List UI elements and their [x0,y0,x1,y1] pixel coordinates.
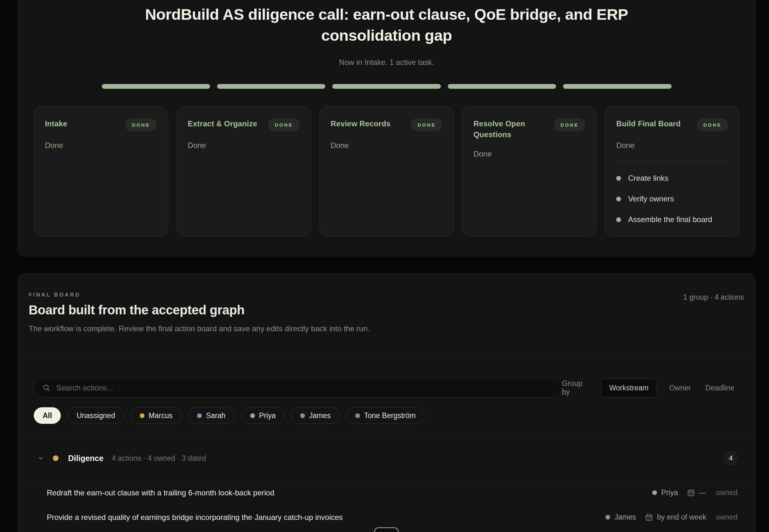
group-meta: 4 actions · 4 owned · 3 dated [112,454,206,463]
filter-pill-all[interactable]: All [34,407,61,424]
filter-pill-sarah[interactable]: Sarah [188,407,234,424]
stage-card-review-records: Review Records DONE Done [319,106,454,236]
board-summary: 1 group · 4 actions [683,293,744,302]
filter-pill-label: Marcus [149,411,172,420]
board-header: FINAL BOARD Board built from the accepte… [18,273,755,356]
group-count-badge: 4 [724,451,738,465]
checklist-item-label: Assemble the final board [628,215,712,224]
owner-dot-icon [300,413,305,418]
deadline-chip: by end of week [645,513,706,521]
owner-dot-icon [355,413,360,418]
group-header-diligence[interactable]: Diligence 4 actions · 4 owned · 3 dated … [18,436,755,480]
stage-title: Build Final Board [616,118,681,129]
scroll-handle[interactable] [374,527,399,532]
checklist-item: Verify owners [616,194,728,203]
progress-segment [102,84,210,89]
deadline-text: by end of week [657,513,706,521]
progress-track [102,84,672,89]
group-dot-icon [53,455,59,461]
stage-done-badge: DONE [268,118,299,131]
run-title: NordBuild AS diligence call: earn-out cl… [113,0,661,46]
progress-segment [217,84,325,89]
stage-title: Extract & Organize [188,118,257,129]
progress-segment [563,84,671,89]
calendar-icon [645,513,653,521]
group-by-control: Group by Workstream Owner Deadline [562,379,736,397]
owner-name: Priya [661,488,678,497]
filter-pill-label: Sarah [206,411,225,420]
owner-dot-icon [605,515,610,520]
action-text: Provide a revised quality of earnings br… [47,513,343,522]
stage-title: Resolve Open Questions [473,118,549,140]
action-rows: Redraft the earn-out clause with a trail… [18,480,755,529]
board-controls: Group by Workstream Owner Deadline All U… [18,356,755,436]
stage-status: Done [616,141,728,150]
search-input[interactable] [56,383,554,393]
owner-name: James [615,513,636,521]
filter-pill-tone-bergstrom[interactable]: Tone Bergström [346,407,425,424]
app-screen: NordBuild AS diligence call: earn-out cl… [0,0,769,532]
stage-done-badge: DONE [697,118,728,131]
stage-done-badge: DONE [125,118,157,131]
stage-card-resolve-open-questions: Resolve Open Questions DONE Done [462,106,597,236]
stage-status: Done [45,141,157,150]
chevron-down-icon[interactable] [38,455,44,461]
search-icon [42,384,51,392]
search-box[interactable] [34,378,562,398]
progress-segment [448,84,556,89]
filter-pill-label: Tone Bergström [364,411,416,420]
bullet-dot-icon [616,217,621,222]
stage-status: Done [473,150,585,158]
deadline-chip: — [687,488,706,497]
checklist-item-label: Verify owners [628,194,674,203]
filter-pill-label: Unassigned [76,411,115,420]
owner-dot-icon [652,490,657,495]
stage-title: Intake [45,118,67,129]
run-panel: NordBuild AS diligence call: earn-out cl… [17,0,756,256]
progress-segment [332,84,441,89]
action-row[interactable]: Provide a revised quality of earnings br… [18,505,755,529]
filter-pill-label: Priya [259,411,276,420]
card-divider [616,161,728,161]
stage-checklist: Create links Verify owners Assemble the … [616,174,728,224]
owner-dot-icon [250,413,255,418]
stage-cards-row: Intake DONE Done Extract & Organize DONE… [18,106,755,236]
filter-pill-priya[interactable]: Priya [241,407,284,424]
board-description: The workflow is complete. Review the fin… [29,324,744,333]
stage-done-badge: DONE [554,118,585,131]
owner-chip: Priya [652,488,678,497]
action-text: Redraft the earn-out clause with a trail… [47,488,274,497]
run-status-line: Now in Intake. 1 active task. [18,58,755,67]
stage-card-intake: Intake DONE Done [34,106,168,236]
group-by-option-workstream[interactable]: Workstream [601,379,657,397]
stage-card-build-final-board: Build Final Board DONE Done Create links… [605,106,739,236]
group-name: Diligence [68,454,103,463]
deadline-text: — [699,488,706,497]
filter-pill-james[interactable]: James [291,407,339,424]
filter-pill-label: James [309,411,331,420]
owner-filter-row: All Unassigned Marcus Sarah Priya [34,407,736,424]
checklist-item: Create links [616,174,728,183]
filter-pill-marcus[interactable]: Marcus [131,407,181,424]
group-by-option-deadline[interactable]: Deadline [703,379,736,397]
calendar-icon [687,489,695,497]
bullet-dot-icon [616,197,621,201]
final-board-panel: FINAL BOARD Board built from the accepte… [17,273,756,532]
action-row[interactable]: Redraft the earn-out clause with a trail… [18,480,755,505]
filter-pill-unassigned[interactable]: Unassigned [67,407,124,424]
stage-card-extract-organize: Extract & Organize DONE Done [177,106,311,236]
bullet-dot-icon [616,176,621,181]
owner-dot-icon [140,413,144,418]
group-by-label: Group by [562,379,591,396]
owner-chip: James [605,513,636,521]
checklist-item: Assemble the final board [616,215,728,224]
stage-status: Done [331,141,443,150]
group-by-option-owner[interactable]: Owner [667,379,693,397]
stage-status: Done [188,141,300,150]
board-eyebrow: FINAL BOARD [29,292,744,298]
owned-label: owned [715,488,738,497]
board-title: Board built from the accepted graph [29,303,744,317]
filter-pill-label: All [43,411,52,420]
stage-title: Review Records [331,118,391,129]
checklist-item-label: Create links [628,174,668,183]
